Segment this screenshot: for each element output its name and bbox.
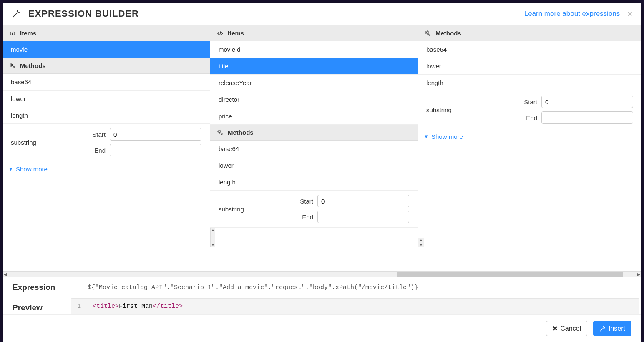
method-lower[interactable]: lower (210, 157, 418, 174)
col2-methods-header: Methods (210, 125, 418, 141)
substring-label: substring (11, 139, 78, 146)
column-3: Methods base64 lower length substring St… (418, 25, 641, 247)
scroll-down-icon[interactable]: ▼ (211, 242, 215, 247)
method-length[interactable]: length (210, 174, 418, 191)
svg-line-3 (220, 31, 221, 35)
scroll-up-icon[interactable]: ▲ (211, 228, 215, 232)
cancel-button[interactable]: ✖ Cancel (546, 321, 587, 336)
svg-point-6 (426, 32, 428, 33)
substring-label: substring (219, 206, 285, 213)
preview-value: First Man (119, 303, 153, 310)
scroll-left-icon[interactable]: ◀ (3, 272, 8, 277)
start-label: Start (300, 198, 313, 205)
item-releaseyear[interactable]: releaseYear (210, 75, 418, 91)
builder-body: Items movie Methods base64 lower length … (3, 25, 641, 342)
col2-items-header-text: Items (228, 30, 244, 37)
column-2: Items movieId title releaseYear director… (210, 25, 418, 247)
caret-down-icon: ▾ (9, 165, 13, 173)
method-length[interactable]: length (418, 75, 641, 91)
end-label: End (302, 214, 313, 221)
scroll-thumb[interactable] (397, 272, 623, 277)
columns: Items movie Methods base64 lower length … (3, 25, 641, 247)
substring-start-input[interactable] (110, 128, 201, 141)
col3-methods-header-text: Methods (435, 30, 461, 37)
substring-end-input[interactable] (110, 144, 201, 156)
substring-start-input[interactable] (317, 195, 409, 207)
item-movie[interactable]: movie (3, 41, 210, 58)
col1-items-header: Items (3, 25, 210, 41)
scroll-down-icon[interactable]: ▼ (419, 242, 423, 247)
substring-start-input[interactable] (541, 96, 633, 108)
expression-builder-modal: EXPRESSION BUILDER Learn more about expr… (3, 3, 641, 342)
col1-methods-header-text: Methods (20, 62, 46, 69)
magic-wand-icon (599, 325, 606, 332)
method-base64[interactable]: base64 (3, 74, 210, 91)
method-substring[interactable]: substring Start End (3, 124, 210, 161)
scroll-up-icon[interactable]: ▲ (419, 238, 423, 242)
svg-point-1 (11, 64, 13, 66)
method-length[interactable]: length (3, 107, 210, 124)
item-movieid[interactable]: movieId (210, 41, 418, 58)
col1-items-header-text: Items (20, 30, 36, 37)
gears-icon (9, 63, 16, 69)
modal-title: EXPRESSION BUILDER (28, 8, 524, 19)
svg-point-4 (219, 131, 220, 133)
svg-point-7 (429, 34, 430, 35)
modal-footer: ✖ Cancel Insert (3, 314, 641, 342)
magic-wand-icon (12, 9, 21, 18)
columns-scroll-area[interactable]: Items movie Methods base64 lower length … (3, 25, 641, 271)
vertical-scrollbar[interactable]: ▲ ▼ (210, 228, 215, 247)
show-more-link[interactable]: ▾ Show more (418, 128, 641, 144)
gears-icon (217, 129, 224, 136)
method-lower[interactable]: lower (418, 58, 641, 75)
col2-methods-header-text: Methods (228, 129, 254, 136)
svg-point-5 (221, 133, 222, 134)
scroll-right-icon[interactable]: ▶ (636, 272, 641, 277)
method-substring[interactable]: substring Start End (418, 91, 641, 128)
item-price[interactable]: price (210, 108, 418, 125)
line-number: 1 (77, 303, 81, 310)
col1-methods-header: Methods (3, 58, 210, 74)
expression-label: Expression (13, 283, 71, 292)
preview-close-tag: </title> (153, 303, 183, 310)
substring-label: substring (426, 106, 493, 113)
method-lower[interactable]: lower (3, 91, 210, 107)
vertical-scrollbar[interactable]: ▲ ▼ (418, 238, 424, 247)
learn-more-link[interactable]: Learn more about expressions (524, 10, 620, 18)
preview-row: Preview 1 <title> First Man </title> (3, 298, 641, 314)
col3-methods-header: Methods (418, 25, 641, 41)
modal-header: EXPRESSION BUILDER Learn more about expr… (3, 3, 641, 25)
item-title[interactable]: title (210, 58, 418, 75)
col2-items-header: Items (210, 25, 418, 41)
end-label: End (526, 114, 537, 121)
end-label: End (94, 147, 106, 154)
start-label: Start (92, 131, 106, 138)
close-icon: ✖ (552, 324, 558, 332)
expression-code: ${"Movie catalog API"."Scenario 1"."Add … (88, 284, 418, 291)
preview-label: Preview (13, 298, 71, 314)
preview-open-tag: <title> (93, 303, 119, 310)
code-icon (9, 30, 16, 37)
gears-icon (425, 30, 431, 37)
method-base64[interactable]: base64 (210, 141, 418, 157)
horizontal-scrollbar[interactable]: ◀ ▶ (3, 271, 641, 277)
close-icon[interactable]: × (627, 10, 632, 18)
substring-end-input[interactable] (541, 111, 633, 124)
insert-button[interactable]: Insert (593, 321, 631, 336)
item-director[interactable]: director (210, 91, 418, 108)
expression-row: Expression ${"Movie catalog API"."Scenar… (3, 277, 641, 298)
preview-output: 1 <title> First Man </title> (71, 298, 639, 314)
show-more-link[interactable]: ▾ Show more (3, 161, 210, 177)
substring-end-input[interactable] (317, 211, 409, 223)
caret-down-icon: ▾ (425, 133, 428, 140)
method-substring[interactable]: substring Start End (210, 191, 418, 228)
column-1: Items movie Methods base64 lower length … (3, 25, 210, 247)
svg-point-2 (13, 66, 15, 68)
method-base64[interactable]: base64 (418, 41, 641, 58)
svg-line-0 (12, 31, 13, 35)
start-label: Start (524, 98, 537, 106)
code-icon (217, 30, 224, 37)
